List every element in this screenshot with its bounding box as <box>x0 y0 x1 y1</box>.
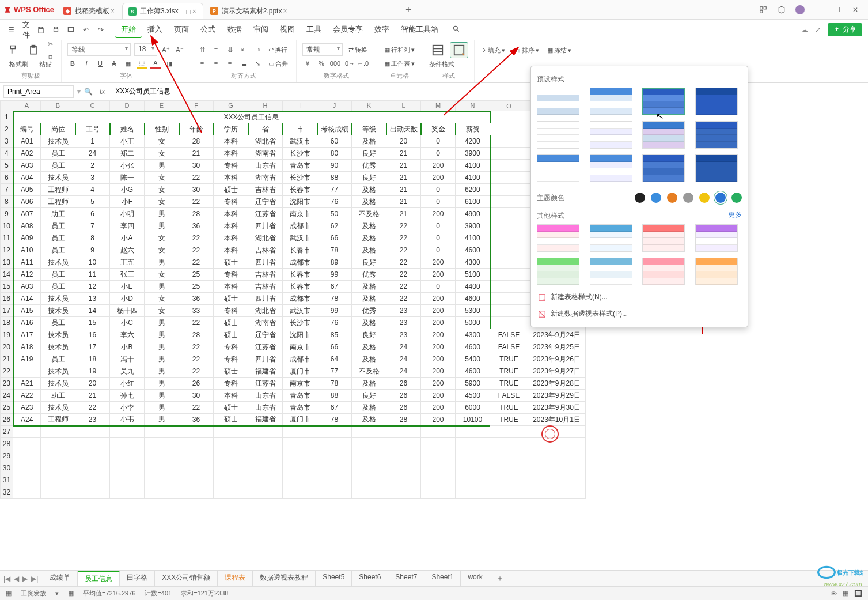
sheet-tab[interactable]: work <box>461 571 490 586</box>
empty-cell[interactable] <box>456 474 490 486</box>
empty-cell[interactable] <box>214 426 248 438</box>
data-cell[interactable]: 50 <box>317 208 352 220</box>
header-cell[interactable]: 薪资 <box>456 123 490 135</box>
paste-button[interactable] <box>25 43 41 57</box>
data-cell[interactable]: 技术员 <box>41 256 75 269</box>
sheet-tab[interactable]: 成绩单 <box>43 571 78 586</box>
sort-button[interactable]: A↓排序▾ <box>511 45 541 56</box>
empty-cell[interactable] <box>179 450 214 462</box>
empty-cell[interactable] <box>386 486 421 499</box>
header-cell[interactable]: 性别 <box>145 123 179 135</box>
data-cell[interactable]: 冯十 <box>110 353 145 365</box>
empty-cell[interactable] <box>110 438 145 450</box>
col-header[interactable]: D <box>110 101 145 111</box>
empty-cell[interactable] <box>317 486 352 499</box>
data-cell[interactable]: 200 <box>421 341 456 353</box>
data-cell[interactable]: 辽宁省 <box>248 196 283 208</box>
data-cell[interactable]: 郑二 <box>110 148 145 160</box>
empty-cell[interactable] <box>456 426 490 438</box>
data-cell[interactable]: 湖北省 <box>248 232 283 244</box>
data-cell[interactable]: 20 <box>386 135 421 148</box>
sheet-tab[interactable]: Sheet1 <box>424 571 461 586</box>
preset-style-thumb[interactable] <box>590 121 632 149</box>
empty-cell[interactable] <box>490 450 528 462</box>
percent-icon[interactable]: % <box>316 58 327 69</box>
data-cell[interactable]: TRUE <box>490 353 528 365</box>
data-cell[interactable]: 湖南省 <box>248 317 283 329</box>
other-style-thumb[interactable] <box>590 224 632 252</box>
data-cell[interactable]: A06 <box>13 196 41 208</box>
data-cell[interactable]: 200 <box>421 329 456 341</box>
empty-cell[interactable] <box>110 426 145 438</box>
data-cell[interactable]: A09 <box>13 232 41 244</box>
data-cell[interactable]: 0 <box>421 220 456 232</box>
empty-cell[interactable] <box>248 486 283 499</box>
data-cell[interactable]: 2023年9月30日 <box>528 402 586 414</box>
empty-cell[interactable] <box>528 474 586 486</box>
row-number[interactable]: 23 <box>1 378 13 390</box>
cond-format-button[interactable] <box>429 43 446 58</box>
col-header[interactable]: G <box>214 101 248 111</box>
data-cell[interactable]: 成都市 <box>283 293 317 305</box>
empty-cell[interactable] <box>13 486 41 499</box>
empty-cell[interactable] <box>490 486 528 499</box>
empty-cell[interactable] <box>110 486 145 499</box>
sheet-tab[interactable]: XXX公司销售额 <box>155 571 218 586</box>
data-cell[interactable]: 200 <box>421 353 456 365</box>
data-cell[interactable]: TRUE <box>490 414 528 426</box>
data-cell[interactable]: 22 <box>179 365 214 378</box>
data-cell[interactable]: 硕士 <box>214 402 248 414</box>
header-cell[interactable]: 等级 <box>352 123 386 135</box>
font-name-input[interactable]: 等线 <box>67 43 131 56</box>
menu-视图[interactable]: 视图 <box>274 22 301 38</box>
data-cell[interactable]: 200 <box>421 160 456 172</box>
preset-style-thumb[interactable] <box>590 154 632 182</box>
data-cell[interactable]: 200 <box>421 256 456 269</box>
data-cell[interactable]: 男 <box>145 378 179 390</box>
data-cell[interactable]: 员工 <box>41 232 75 244</box>
data-cell[interactable]: 77 <box>317 184 352 196</box>
data-cell[interactable]: 员工 <box>41 160 75 172</box>
orientation-icon[interactable]: ⤡ <box>252 58 263 69</box>
data-cell[interactable]: 助工 <box>41 208 75 220</box>
data-cell[interactable]: 28 <box>179 135 214 148</box>
data-cell[interactable]: 本科 <box>214 208 248 220</box>
data-cell[interactable]: 3900 <box>456 220 490 232</box>
data-cell[interactable]: 及格 <box>352 220 386 232</box>
empty-cell[interactable] <box>110 450 145 462</box>
data-cell[interactable]: 长春市 <box>283 269 317 281</box>
data-cell[interactable]: 小张 <box>110 160 145 172</box>
theme-color-swatch[interactable] <box>683 193 693 203</box>
data-cell[interactable]: 良好 <box>352 148 386 160</box>
data-cell[interactable]: 200 <box>421 378 456 390</box>
increase-indent-icon[interactable]: ⇥ <box>252 44 263 55</box>
menu-效率[interactable]: 效率 <box>369 22 395 38</box>
redo-icon[interactable]: ↷ <box>96 25 106 35</box>
data-cell[interactable]: 200 <box>421 365 456 378</box>
data-cell[interactable]: 9 <box>75 244 110 256</box>
empty-cell[interactable] <box>421 426 456 438</box>
empty-cell[interactable] <box>214 474 248 486</box>
data-cell[interactable]: 硕士 <box>214 293 248 305</box>
tab-pin-icon[interactable]: ◻ <box>185 7 191 16</box>
menu-会员专享[interactable]: 会员专享 <box>327 22 369 38</box>
empty-cell[interactable] <box>317 450 352 462</box>
data-cell[interactable]: 28 <box>179 329 214 341</box>
theme-color-swatch[interactable] <box>651 193 661 203</box>
data-cell[interactable]: 24 <box>75 148 110 160</box>
data-cell[interactable]: 湖南省 <box>248 172 283 184</box>
hamburger-icon[interactable]: ☰ <box>6 25 16 35</box>
data-cell[interactable]: 4100 <box>456 232 490 244</box>
row-number[interactable]: 19 <box>1 329 13 341</box>
data-cell[interactable]: 良好 <box>352 172 386 184</box>
data-cell[interactable]: 89 <box>317 256 352 269</box>
data-cell[interactable]: 优秀 <box>352 269 386 281</box>
data-cell[interactable]: 22 <box>386 244 421 256</box>
data-cell[interactable]: 张三 <box>110 269 145 281</box>
data-cell[interactable]: 本科 <box>214 220 248 232</box>
data-cell[interactable]: 200 <box>421 402 456 414</box>
data-cell[interactable]: 200 <box>421 305 456 317</box>
print-preview-icon[interactable] <box>66 25 76 35</box>
data-cell[interactable]: 16 <box>75 329 110 341</box>
underline-icon[interactable]: U <box>95 58 105 69</box>
